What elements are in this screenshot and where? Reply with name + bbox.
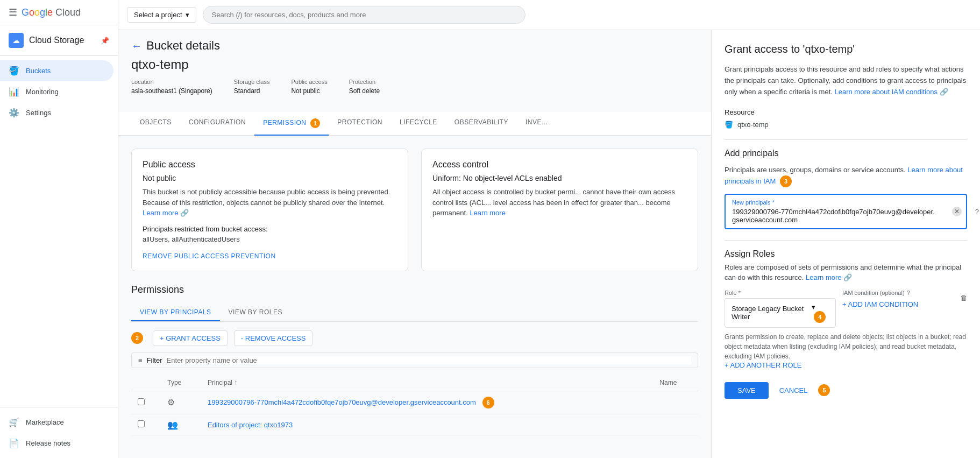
content-area: ← Bucket details qtxo-temp Location asia… [118,30,980,458]
sidebar-item-monitoring[interactable]: 📊 Monitoring [0,81,113,102]
new-principals-input[interactable]: New principals * 199329000796-770mchl4a4… [725,194,967,229]
access-control-panel: Access control Uniform: No object-level … [421,149,698,271]
cloud-storage-icon: ☁ [9,33,24,48]
sidebar-item-settings[interactable]: ⚙️ Settings [0,102,113,123]
assign-roles-title: Assign Roles [725,249,967,259]
bucket-info: qtxo-temp Location asia-southeast1 (Sing… [118,57,711,112]
monitoring-icon: 📊 [9,87,19,97]
row-checkbox-1[interactable] [138,398,145,405]
protection-value: Soft delete [349,87,380,95]
public-access-label: Public access [291,79,327,85]
help-icon[interactable]: ? [975,207,979,215]
filter-bar: ≡ Filter [131,353,698,368]
iam-conditions-link[interactable]: Learn more about IAM conditions [834,88,938,96]
public-access-value: Not public [291,87,327,95]
add-principals-desc: Principals are users, groups, domains or… [725,165,967,187]
back-button[interactable]: ← [131,40,142,52]
add-iam-condition-button[interactable]: + ADD IAM CONDITION [842,300,954,308]
bucket-meta: Location asia-southeast1 (Singapore) Sto… [131,79,698,95]
restricted-label: Principals restricted from bucket access… [143,225,397,233]
app-name: Cloud Storage [29,36,84,45]
role-description: Grants permission to create, replace and… [725,332,967,361]
sidebar-nav: 🪣 Buckets 📊 Monitoring ⚙️ Settings [0,56,118,407]
storage-class-value: Standard [234,87,270,95]
sidebar-item-marketplace[interactable]: 🛒 Marketplace [0,412,113,433]
role-select-container: Role * Storage Legacy Bucket Writer ▾ 4 [725,290,836,328]
sidebar-item-label: Buckets [26,67,51,75]
col-checkbox [131,375,161,391]
filter-input[interactable] [166,356,691,364]
row-checkbox-2[interactable] [138,420,145,427]
table-row: 👥 Editors of project: qtxo1973 [131,414,698,435]
permissions-title: Permissions [131,284,698,295]
sidebar-item-release-notes[interactable]: 📄 Release notes [0,433,113,454]
permission-tab-badge: 1 [310,118,320,128]
save-button[interactable]: SAVE [725,382,769,399]
tab-lifecycle[interactable]: LIFECYCLE [391,112,446,136]
add-principals-section: Add principals Principals are users, gro… [725,149,967,229]
role-select-dropdown[interactable]: Storage Legacy Bucket Writer ▾ 4 [725,298,836,328]
grant-access-desc: Grant principals access to this resource… [725,64,967,97]
sidebar-item-label: Settings [26,109,51,117]
remove-public-access-button[interactable]: REMOVE PUBLIC ACCESS PREVENTION [143,252,276,260]
add-principals-title: Add principals [725,149,779,158]
tab-observability[interactable]: OBSERVABILITY [446,112,517,136]
step-badge-5: 5 [818,384,830,396]
access-control-learn-more[interactable]: Learn more [470,209,505,217]
remove-access-button[interactable]: - REMOVE ACCESS [234,330,313,346]
assign-roles-section: Assign Roles Roles are composed of sets … [725,249,967,369]
iam-help-icon[interactable]: ? [907,290,910,296]
buckets-icon: 🪣 [9,66,19,76]
tab-objects[interactable]: OBJECTS [131,112,180,136]
protection-meta: Protection Soft delete [349,79,380,95]
view-by-roles-tab[interactable]: VIEW BY ROLES [220,304,291,321]
row-badge-6: 6 [482,397,494,408]
actions-bar: 2 + GRANT ACCESS - REMOVE ACCESS [131,330,698,346]
tab-protection[interactable]: PROTECTION [329,112,391,136]
sidebar-item-label: Marketplace [26,418,64,426]
main-content: Select a project ▾ ← Bucket details qtxo… [118,0,980,458]
public-access-desc: This bucket is not publicly accessible b… [143,187,397,219]
table-row: ⚙ 199329000796-770mchl4a472cdofib0fqe7oj… [131,391,698,414]
tab-permission[interactable]: PERMISSION 1 [254,112,329,136]
public-access-meta: Public access Not public [291,79,327,95]
access-control-panel-title: Access control [432,160,687,170]
search-input[interactable] [203,6,525,24]
grant-access-button[interactable]: + GRANT ACCESS [153,330,228,346]
learn-more-link[interactable]: Learn more [143,209,178,217]
col-type: Type [161,375,201,391]
view-tabs: VIEW BY PRINCIPALS VIEW BY ROLES [131,304,698,322]
permissions-table: Type Principal ↑ Name ⚙ 199329000796-770… [131,375,698,436]
storage-class-meta: Storage class Standard [234,79,270,95]
divider-1 [725,139,967,140]
search-bar [203,6,525,24]
project-select[interactable]: Select a project ▾ [127,7,196,23]
tab-configuration[interactable]: CONFIGURATION [180,112,254,136]
tab-inventory[interactable]: INVE... [517,112,557,136]
new-principals-label: New principals * [732,199,960,206]
bucket-name: qtxo-temp [131,57,698,72]
cancel-button[interactable]: CANCEL [775,382,812,399]
location-value: asia-southeast1 (Singapore) [131,87,212,95]
resource-item: 🪣 qtxo-temp [725,121,967,129]
add-another-role-button[interactable]: + ADD ANOTHER ROLE [725,361,967,369]
delete-role-button[interactable]: 🗑 [960,294,967,302]
clear-principal-button[interactable]: ✕ [952,207,962,216]
principal-link-2[interactable]: Editors of project: qtxo1973 [208,421,293,429]
pin-icon[interactable]: 📌 [101,37,109,45]
principal-link-1[interactable]: 199329000796-770mchl4a472cdofib0fqe7ojb7… [208,398,476,406]
location-label: Location [131,79,212,85]
restricted-value: allUsers, allAuthenticatedUsers [143,235,397,243]
roles-learn-more-link[interactable]: Learn more [806,273,841,281]
sidebar-item-buckets[interactable]: 🪣 Buckets [0,60,113,81]
assign-roles-desc: Roles are composed of sets of permission… [725,262,967,283]
location-meta: Location asia-southeast1 (Singapore) [131,79,212,95]
hamburger-menu[interactable]: ☰ [9,6,17,18]
sidebar: ☰ Google Cloud ☁ Cloud Storage 📌 🪣 Bucke… [0,0,118,458]
sidebar-app: ☁ Cloud Storage 📌 [0,25,118,56]
view-by-principals-tab[interactable]: VIEW BY PRINCIPALS [131,304,220,321]
marketplace-icon: 🛒 [9,417,19,427]
form-actions: SAVE CANCEL 5 [725,382,967,399]
sidebar-item-label: Release notes [26,439,70,447]
filter-label: Filter [147,356,162,364]
